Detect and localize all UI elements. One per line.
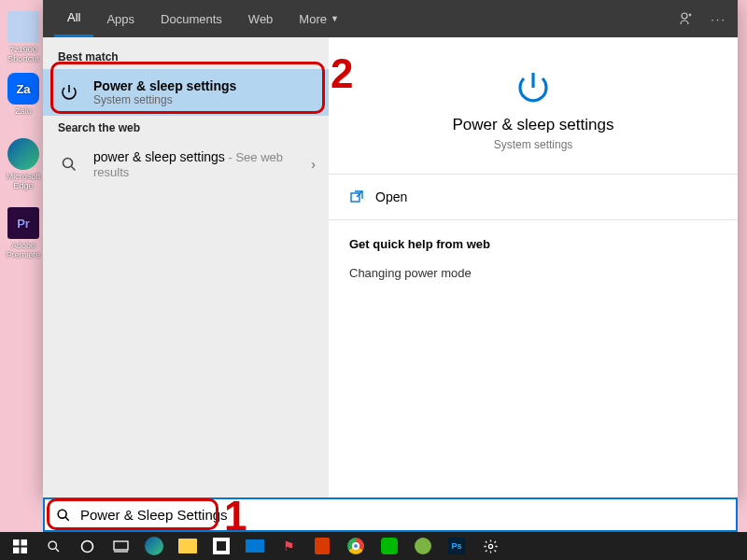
open-action[interactable]: Open	[329, 180, 738, 214]
preview-column: Power & sleep settings System settings O…	[329, 37, 738, 497]
preview-title: Power & sleep settings	[329, 116, 738, 134]
desktop-icon[interactable]: 7z1900 Shortcut	[4, 11, 43, 63]
tab-all[interactable]: All	[54, 0, 93, 37]
gift-icon[interactable]: ⚑	[273, 533, 304, 559]
chevron-down-icon: ▼	[331, 14, 339, 23]
tab-documents[interactable]: Documents	[148, 0, 235, 37]
settings-icon[interactable]	[474, 533, 506, 559]
annotation-box-2	[50, 62, 325, 114]
svg-rect-2	[351, 193, 359, 202]
desktop-icon-label: Zalo	[15, 106, 32, 116]
more-options-icon[interactable]: ···	[711, 12, 726, 26]
svg-rect-7	[21, 547, 27, 553]
search-web-label: Search the web	[43, 116, 329, 140]
search-icon	[56, 151, 82, 177]
web-result[interactable]: power & sleep settings - See web results…	[43, 140, 329, 189]
svg-point-8	[49, 541, 56, 549]
explorer-icon[interactable]	[172, 533, 204, 559]
taskbar: ⚑ Ps	[0, 532, 747, 560]
search-tabs: All Apps Documents Web More▼ ···	[43, 0, 738, 37]
annotation-box-1	[47, 498, 218, 530]
desktop-icon-label: Microsoft Edge	[7, 172, 41, 190]
edge-icon[interactable]	[138, 533, 170, 559]
open-icon	[349, 189, 364, 204]
desktop-icon[interactable]: ZaZalo	[4, 73, 43, 116]
svg-point-1	[63, 159, 73, 168]
office-icon[interactable]	[306, 533, 338, 559]
power-icon	[329, 65, 738, 110]
tab-web[interactable]: Web	[235, 0, 287, 37]
result-title: power & sleep settings - See web results	[93, 149, 300, 179]
desktop-icon-label: Adobe Premiere	[7, 241, 41, 259]
svg-rect-4	[13, 539, 20, 546]
svg-point-11	[488, 544, 492, 548]
desktop-icon[interactable]: PrAdobe Premiere	[4, 207, 43, 259]
task-view-icon[interactable]	[105, 533, 136, 559]
tab-more[interactable]: More▼	[286, 0, 352, 37]
app-icon[interactable]	[407, 533, 439, 559]
desktop-icon[interactable]: Microsoft Edge	[4, 138, 43, 190]
svg-point-9	[81, 540, 92, 552]
feedback-icon[interactable]	[679, 11, 694, 26]
svg-rect-6	[13, 547, 20, 553]
chrome-icon[interactable]	[340, 533, 372, 559]
desktop-icon-label: 7z1900 Shortcut	[7, 45, 39, 63]
svg-point-0	[682, 13, 687, 19]
help-item[interactable]: Changing power mode	[329, 259, 738, 287]
open-label: Open	[375, 189, 407, 204]
cortana-icon[interactable]	[71, 533, 103, 559]
taskbar-search-icon[interactable]	[37, 533, 69, 559]
photoshop-icon[interactable]: Ps	[441, 533, 472, 559]
line-icon[interactable]	[374, 533, 405, 559]
annotation-number-1: 1	[224, 493, 247, 539]
chevron-right-icon: ›	[311, 157, 316, 172]
help-header: Get quick help from web	[329, 226, 738, 259]
preview-subtitle: System settings	[329, 138, 738, 151]
svg-rect-5	[21, 539, 27, 546]
svg-rect-10	[114, 541, 128, 550]
divider	[329, 219, 738, 220]
divider	[329, 174, 738, 175]
annotation-number-2: 2	[331, 50, 353, 97]
tab-apps[interactable]: Apps	[93, 0, 148, 37]
start-button[interactable]	[4, 533, 35, 559]
